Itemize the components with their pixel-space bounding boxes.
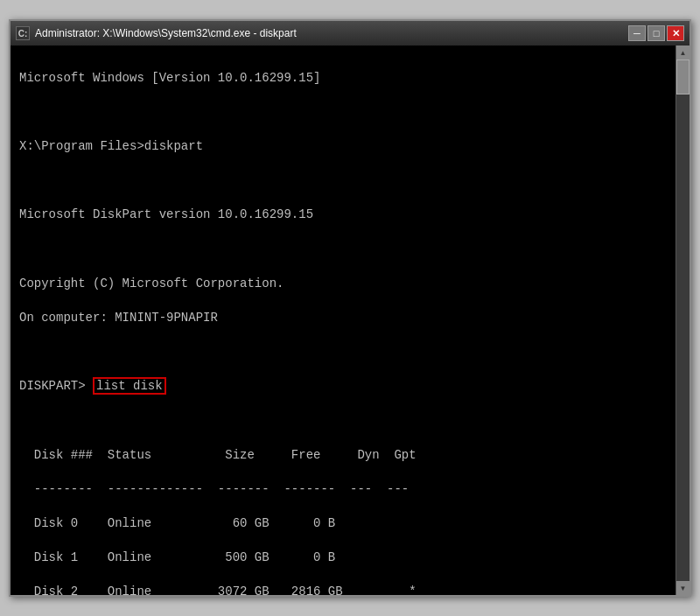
title-bar-left: C: Administrator: X:\Windows\System32\cm… (16, 26, 297, 40)
close-button[interactable]: ✕ (667, 25, 684, 41)
disk-0-row: Disk 0 Online 60 GB 0 B (19, 515, 667, 533)
scroll-up-button[interactable]: ▲ (676, 46, 690, 60)
output-line-6 (19, 242, 667, 259)
prompt-line-1: DISKPART> list disk (19, 378, 667, 396)
output-line-4 (19, 172, 667, 190)
disk-1-row: Disk 1 Online 500 GB 0 B (19, 550, 667, 567)
scrollbar-track[interactable] (676, 60, 690, 581)
output-line-8: On computer: MININT-9PNAPIR (19, 310, 667, 327)
output-line-9 (19, 344, 667, 361)
cmd-window: C: Administrator: X:\Windows\System32\cm… (9, 19, 691, 597)
command-1: list disk (93, 377, 166, 395)
title-bar: C: Administrator: X:\Windows\System32\cm… (10, 21, 690, 46)
scrollbar[interactable]: ▲ ▼ (676, 46, 690, 595)
table-sep: -------- ------------- ------- ------- -… (19, 481, 667, 499)
terminal-content[interactable]: Microsoft Windows [Version 10.0.16299.15… (10, 46, 676, 595)
output-line-10 (19, 412, 667, 430)
maximize-button[interactable]: □ (648, 25, 665, 41)
disk-2-row: Disk 2 Online 3072 GB 2816 GB * (19, 584, 667, 595)
table-header: Disk ### Status Size Free Dyn Gpt (19, 447, 667, 465)
scrollbar-thumb[interactable] (676, 60, 690, 94)
minimize-button[interactable]: ─ (628, 25, 646, 41)
window-title: Administrator: X:\Windows\System32\cmd.e… (35, 27, 297, 39)
terminal-body: Microsoft Windows [Version 10.0.16299.15… (10, 46, 690, 595)
prompt-1: DISKPART> (19, 379, 93, 393)
output-line-7: Copyright (C) Microsoft Corporation. (19, 276, 667, 293)
output-line-5: Microsoft DiskPart version 10.0.16299.15 (19, 206, 667, 224)
output-line-3: X:\Program Files>diskpart (19, 138, 667, 156)
scroll-down-button[interactable]: ▼ (676, 581, 690, 595)
window-controls: ─ □ ✕ (628, 25, 684, 41)
window-icon: C: (16, 26, 30, 40)
output-line-2 (19, 104, 667, 122)
output-line-1: Microsoft Windows [Version 10.0.16299.15… (19, 70, 667, 88)
